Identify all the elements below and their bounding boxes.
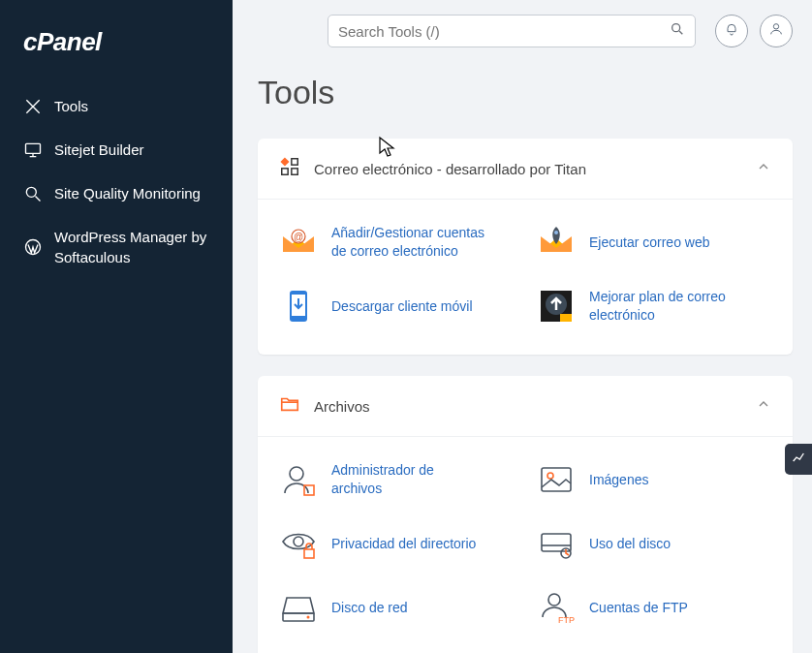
svg-point-1 [26, 187, 36, 197]
image-icon [537, 460, 576, 499]
chevron-up-icon [756, 396, 771, 416]
topbar [233, 12, 812, 50]
search-box[interactable] [328, 15, 696, 47]
brand-logo: cPanel [0, 19, 233, 84]
sidebar-item-label: Site Quality Monitoring [54, 183, 209, 203]
tool-label: Mejorar plan de correo electrónico [589, 288, 744, 325]
page-title: Tools [258, 74, 793, 111]
apps-icon [279, 156, 300, 181]
tool-webmail[interactable]: Ejecutar correo web [525, 213, 783, 271]
svg-rect-6 [292, 159, 297, 165]
chevron-up-icon [756, 159, 771, 178]
ftp-accounts-icon: FTP [537, 588, 576, 627]
upgrade-mail-icon [537, 287, 576, 326]
search-input[interactable] [338, 23, 670, 40]
sidebar-item-label: Sitejet Builder [54, 140, 209, 160]
svg-rect-21 [304, 549, 314, 558]
panel-title: Archivos [314, 398, 742, 415]
svg-point-25 [307, 616, 310, 619]
svg-point-26 [548, 594, 560, 606]
svg-rect-5 [280, 157, 289, 166]
tool-file-manager[interactable]: Administrador de archivos [267, 451, 525, 509]
tool-ftp-anon[interactable]: FTP FTP anónimo [525, 642, 783, 653]
tool-email-accounts[interactable]: @ Añadir/Gestionar cuentas de correo ele… [267, 213, 525, 271]
tool-label: Disco de red [331, 599, 408, 617]
tool-label: Ejecutar correo web [589, 233, 710, 252]
tool-label: Imágenes [589, 471, 648, 489]
sidebar-item-site-quality[interactable]: Site Quality Monitoring [0, 171, 233, 215]
tool-ftp-connections[interactable]: FTP Conexiones de FTP [267, 642, 525, 653]
panel-header-email[interactable]: Correo electrónico - desarrollado por Ti… [258, 139, 793, 200]
phone-download-icon [279, 287, 318, 326]
wordpress-icon [23, 237, 43, 257]
tool-label: Privacidad del directorio [331, 535, 476, 553]
sidebar-item-sitejet[interactable]: Sitejet Builder [0, 128, 233, 171]
tool-label: Descargar cliente móvil [331, 297, 473, 316]
svg-point-20 [294, 537, 303, 546]
svg-text:FTP: FTP [558, 615, 575, 625]
tool-images[interactable]: Imágenes [525, 451, 783, 509]
search-icon[interactable] [670, 21, 685, 41]
tool-ftp-accounts[interactable]: FTP Cuentas de FTP [525, 578, 783, 637]
sidebar-item-wordpress[interactable]: WordPress Manager by Softaculous [0, 215, 233, 279]
eye-lock-icon [279, 524, 318, 563]
panel-header-files[interactable]: Archivos [258, 376, 793, 437]
mail-rocket-icon [537, 223, 576, 262]
svg-text:@: @ [294, 232, 303, 242]
account-button[interactable] [760, 15, 793, 47]
svg-point-19 [547, 473, 553, 479]
tool-net-disk[interactable]: Disco de red [267, 578, 525, 637]
stats-tab[interactable] [785, 444, 812, 475]
tool-upgrade-email[interactable]: Mejorar plan de correo electrónico [525, 277, 783, 335]
sitejet-icon [23, 140, 43, 160]
sidebar-item-label: WordPress Manager by Softaculous [54, 227, 209, 267]
user-icon [768, 21, 784, 41]
panel-body-email: @ Añadir/Gestionar cuentas de correo ele… [258, 200, 793, 355]
notifications-button[interactable] [715, 15, 748, 47]
sidebar-item-label: Tools [54, 96, 209, 116]
svg-rect-7 [282, 169, 288, 174]
tools-icon [23, 97, 43, 116]
mail-at-icon: @ [279, 223, 318, 262]
main-content: Tools Correo electrónico - desarrollado … [233, 60, 812, 653]
net-disk-icon [279, 588, 318, 627]
tool-label: Administrador de archivos [331, 461, 486, 498]
panel-email: Correo electrónico - desarrollado por Ti… [258, 139, 793, 355]
svg-rect-0 [26, 143, 41, 153]
tool-mobile-client[interactable]: Descargar cliente móvil [267, 277, 525, 335]
svg-point-3 [672, 24, 680, 32]
svg-point-16 [290, 467, 303, 481]
svg-point-4 [773, 24, 778, 29]
file-user-icon [279, 460, 318, 499]
tool-label: Uso del disco [589, 535, 671, 553]
tool-label: Añadir/Gestionar cuentas de correo elect… [331, 224, 486, 261]
folder-icon [279, 393, 300, 419]
tool-disk-usage[interactable]: Uso del disco [525, 514, 783, 573]
chart-icon [791, 450, 806, 469]
svg-rect-8 [292, 169, 297, 174]
disk-usage-icon [537, 524, 576, 563]
sidebar: cPanel Tools Sitejet Builder Site Qualit… [0, 0, 233, 653]
panel-files: Archivos Administrador de archivos [258, 376, 793, 653]
sidebar-item-tools[interactable]: Tools [0, 84, 233, 128]
bell-icon [724, 21, 739, 41]
svg-point-11 [554, 231, 558, 234]
tool-label: Cuentas de FTP [589, 599, 688, 617]
panel-body-files: Administrador de archivos Imágenes [258, 437, 793, 653]
tool-directory-privacy[interactable]: Privacidad del directorio [267, 514, 525, 573]
magnifier-icon [23, 184, 43, 203]
panel-title: Correo electrónico - desarrollado por Ti… [314, 161, 742, 177]
